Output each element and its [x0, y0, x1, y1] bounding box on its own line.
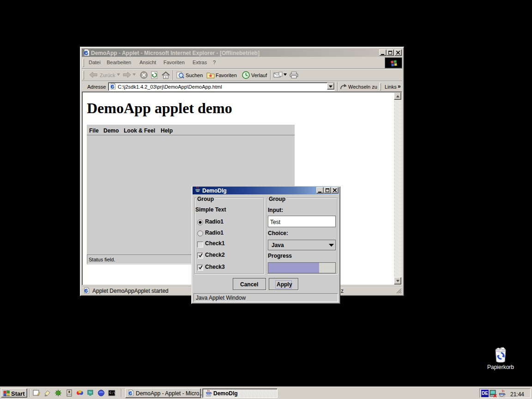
svg-text:TV: TV — [89, 391, 92, 394]
svg-text:C:\: C:\ — [109, 391, 115, 395]
